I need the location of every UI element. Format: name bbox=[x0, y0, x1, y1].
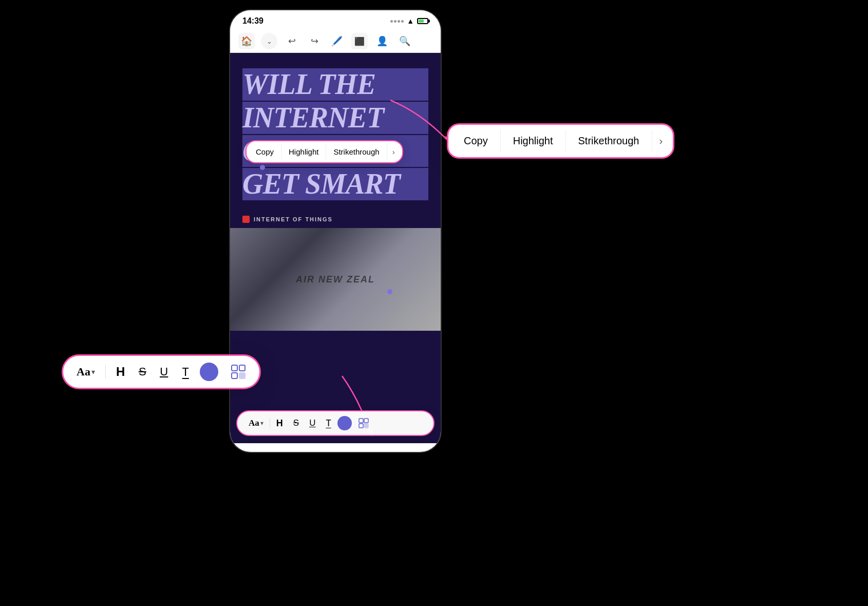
strikethrough-button-small[interactable]: Strikethrough bbox=[326, 144, 387, 159]
headline-line4: GET SMART bbox=[242, 168, 428, 200]
signal-dot-2 bbox=[394, 20, 397, 23]
photo-section: AIR NEW ZEAL bbox=[230, 228, 441, 331]
teletype-label-large: T bbox=[182, 366, 189, 378]
selection-handle-bottom bbox=[387, 289, 392, 294]
aa-label-large: Aa bbox=[77, 365, 90, 378]
battery-icon bbox=[417, 18, 428, 24]
status-time: 14:39 bbox=[242, 16, 263, 26]
aa-chevron-large: ▾ bbox=[91, 368, 95, 376]
aa-button-small[interactable]: Aa ▾ bbox=[244, 416, 268, 430]
strike-button-small[interactable]: S bbox=[289, 416, 303, 430]
color-circle-small[interactable] bbox=[337, 416, 352, 430]
underline-label-large: U bbox=[160, 365, 168, 378]
strikethrough-button-large[interactable]: Strikethrough bbox=[566, 130, 652, 152]
user-icon[interactable]: 👤 bbox=[374, 33, 390, 49]
underline-button-small[interactable]: U bbox=[305, 416, 319, 430]
underline-label-small: U bbox=[309, 418, 315, 428]
signal-dots bbox=[390, 20, 404, 23]
selection-handle-top bbox=[260, 165, 265, 170]
svg-rect-5 bbox=[364, 424, 368, 428]
context-menu-large: Copy Highlight Strikethrough › bbox=[447, 123, 674, 159]
copy-button-small[interactable]: Copy bbox=[249, 144, 281, 159]
headline-line2: INTERNET bbox=[242, 102, 428, 134]
more-button-large[interactable]: › bbox=[652, 130, 670, 152]
headline-text-line2: INTERNET bbox=[242, 102, 384, 134]
strike-label-large: S bbox=[139, 365, 146, 378]
tag-square bbox=[242, 216, 250, 223]
aa-chevron-small: ▾ bbox=[260, 420, 263, 427]
teletype-button-small[interactable]: T bbox=[322, 416, 335, 430]
signal-dot-1 bbox=[390, 20, 393, 23]
svg-rect-3 bbox=[364, 419, 368, 423]
aa-label-small: Aa bbox=[249, 418, 259, 428]
app-toolbar: 🏠 ⌄ ↩ ↪ 🖊️ ⬛ 👤 🔍 bbox=[230, 30, 441, 53]
color-circle-large[interactable] bbox=[200, 363, 218, 381]
svg-rect-8 bbox=[232, 373, 237, 378]
home-icon[interactable]: 🏠 bbox=[238, 33, 255, 49]
undo-icon[interactable]: ↩ bbox=[284, 33, 300, 49]
underline-button-large[interactable]: U bbox=[155, 362, 173, 382]
format-toolbar-small: Aa ▾ H S U T bbox=[236, 410, 435, 436]
aa-button-large[interactable]: Aa ▾ bbox=[71, 362, 100, 382]
headline-text-line1: WILL THE bbox=[242, 68, 375, 100]
redo-icon[interactable]: ↪ bbox=[306, 33, 323, 49]
copy-button-large[interactable]: Copy bbox=[451, 130, 501, 152]
heading-button-small[interactable]: H bbox=[272, 416, 287, 431]
headline-line1: WILL THE bbox=[242, 68, 428, 101]
format-toolbar-large: Aa ▾ H S U T bbox=[62, 354, 261, 389]
teletype-label-small: T bbox=[326, 418, 331, 428]
tag-label: INTERNET OF THINGS bbox=[254, 216, 333, 222]
category-tag: INTERNET OF THINGS bbox=[230, 211, 441, 228]
teletype-button-large[interactable]: T bbox=[176, 363, 195, 382]
edit-icon[interactable]: 🖊️ bbox=[329, 33, 345, 49]
headline-block: WILL THE INTERNET OF THINGS GET SMART bbox=[230, 53, 441, 205]
wifi-icon: ▲ bbox=[407, 17, 414, 25]
plane-text: AIR NEW ZEAL bbox=[296, 274, 375, 285]
svg-rect-4 bbox=[359, 424, 363, 428]
svg-rect-9 bbox=[239, 373, 245, 378]
heading-label-large: H bbox=[116, 365, 125, 379]
context-menu-small: Copy Highlight Strikethrough › bbox=[246, 140, 403, 163]
search-icon[interactable]: 🔍 bbox=[397, 33, 413, 49]
select-icon-small[interactable] bbox=[354, 415, 373, 431]
heading-button-large[interactable]: H bbox=[111, 362, 130, 382]
status-icons: ▲ bbox=[390, 17, 428, 25]
format-icon[interactable]: ⬛ bbox=[351, 33, 368, 49]
dropdown-icon[interactable]: ⌄ bbox=[261, 33, 277, 49]
photo-background: AIR NEW ZEAL bbox=[230, 228, 441, 331]
status-bar: 14:39 ▲ bbox=[230, 10, 441, 30]
highlight-button-large[interactable]: Highlight bbox=[501, 130, 566, 152]
phone-frame: 14:39 ▲ 🏠 ⌄ ↩ ↪ 🖊️ ⬛ 👤 🔍 Copy Hig bbox=[230, 10, 441, 452]
signal-dot-3 bbox=[398, 20, 400, 23]
battery-fill bbox=[419, 20, 424, 23]
select-icon-large[interactable] bbox=[225, 361, 251, 383]
headline-text-line4: GET SMART bbox=[242, 168, 400, 200]
strike-button-large[interactable]: S bbox=[133, 362, 152, 382]
highlight-button-small[interactable]: Highlight bbox=[281, 144, 326, 159]
more-button-small[interactable]: › bbox=[387, 144, 400, 159]
signal-dot-4 bbox=[401, 20, 404, 23]
svg-rect-2 bbox=[359, 419, 363, 423]
content-area: Copy Highlight Strikethrough › WILL THE … bbox=[230, 53, 441, 443]
heading-label-small: H bbox=[276, 418, 283, 429]
strike-label-small: S bbox=[293, 418, 299, 428]
svg-rect-7 bbox=[239, 365, 245, 371]
svg-rect-6 bbox=[232, 365, 237, 371]
